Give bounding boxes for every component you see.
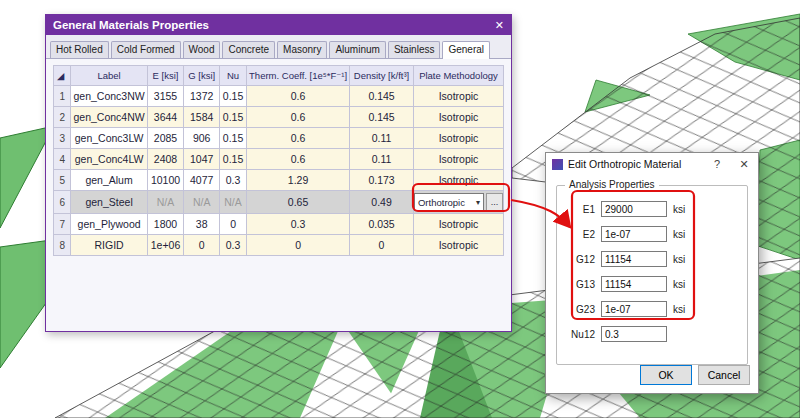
plate-methodology-dropdown[interactable]: Orthotropic ▾ [414,193,484,211]
cell-g[interactable]: N/A [184,191,220,214]
cell-density[interactable]: 0 [350,235,414,256]
table-row[interactable]: 4 gen_Conc4LW 2408 1047 0.15 0.6 0.11 Is… [54,149,504,170]
nu12-input[interactable] [601,326,667,342]
row-number[interactable]: 3 [54,128,71,149]
cell-plate[interactable]: Isotropic [413,128,503,149]
col-header-therm[interactable]: Therm. Coeff. [1e⁵*F⁻¹] [247,66,350,86]
g13-input[interactable] [601,276,667,292]
cell-nu[interactable]: N/A [220,191,247,214]
cell-label[interactable]: RIGID [71,235,147,256]
cell-nu[interactable]: 0.15 [220,149,247,170]
tab-hot-rolled[interactable]: Hot Rolled [50,41,109,58]
cell-g[interactable]: 4077 [184,170,220,191]
cell-therm[interactable]: 1.29 [247,170,350,191]
cell-density[interactable]: 0.173 [350,170,414,191]
col-header-density[interactable]: Density [k/ft³] [350,66,414,86]
cell-label[interactable]: gen_Conc4LW [71,149,147,170]
dialog-titlebar[interactable]: General Materials Properties ✕ [46,15,511,35]
cell-density[interactable]: 0.145 [350,107,414,128]
cell-label[interactable]: gen_Plywood [71,214,147,235]
cell-density[interactable]: 0.035 [350,214,414,235]
select-all-corner-icon[interactable]: ◢ [54,66,71,86]
cell-therm[interactable]: 0.6 [247,107,350,128]
cell-e[interactable]: 1e+06 [147,235,184,256]
cell-therm[interactable]: 0.6 [247,86,350,107]
cell-therm[interactable]: 0 [247,235,350,256]
cell-nu[interactable]: 0.3 [220,235,247,256]
cell-e[interactable]: 3155 [147,86,184,107]
cell-label[interactable]: gen_Conc3NW [71,86,147,107]
cell-density[interactable]: 0.11 [350,149,414,170]
table-row[interactable]: 5 gen_Alum 10100 4077 0.3 1.29 0.173 Iso… [54,170,504,191]
cell-nu[interactable]: 0 [220,214,247,235]
cell-nu[interactable]: 0.15 [220,107,247,128]
cell-e[interactable]: 3644 [147,107,184,128]
table-row[interactable]: 8 RIGID 1e+06 0 0.3 0 0 Isotropic [54,235,504,256]
col-header-g[interactable]: G [ksi] [184,66,220,86]
cell-plate[interactable]: Isotropic [413,107,503,128]
cell-e[interactable]: N/A [147,191,184,214]
close-icon[interactable]: ✕ [736,158,752,171]
cell-therm[interactable]: 0.6 [247,149,350,170]
cell-g[interactable]: 906 [184,128,220,149]
help-icon[interactable]: ? [709,158,725,170]
row-number[interactable]: 8 [54,235,71,256]
dialog-titlebar[interactable]: Edit Orthotropic Material ? ✕ [546,153,758,175]
col-header-nu[interactable]: Nu [220,66,247,86]
cell-nu[interactable]: 0.15 [220,128,247,149]
tab-stainless[interactable]: Stainless [388,41,441,58]
cell-e[interactable]: 2085 [147,128,184,149]
row-number[interactable]: 1 [54,86,71,107]
cell-label[interactable]: gen_Conc3LW [71,128,147,149]
cell-therm[interactable]: 0.65 [247,191,350,214]
tab-general[interactable]: General [442,41,490,59]
row-number[interactable]: 2 [54,107,71,128]
cell-nu[interactable]: 0.3 [220,170,247,191]
cell-e[interactable]: 1800 [147,214,184,235]
table-row-selected[interactable]: 6 gen_Steel N/A N/A N/A 0.65 0.49 Orthot… [54,191,504,214]
ok-button[interactable]: OK [640,365,692,385]
cell-plate[interactable]: Isotropic [413,86,503,107]
cell-density[interactable]: 0.11 [350,128,414,149]
cell-g[interactable]: 1584 [184,107,220,128]
tab-wood[interactable]: Wood [183,41,221,58]
cell-e[interactable]: 10100 [147,170,184,191]
cell-plate[interactable]: Isotropic [413,235,503,256]
g12-input[interactable] [601,251,667,267]
cell-e[interactable]: 2408 [147,149,184,170]
table-row[interactable]: 3 gen_Conc3LW 2085 906 0.15 0.6 0.11 Iso… [54,128,504,149]
tab-masonry[interactable]: Masonry [277,41,327,58]
cell-g[interactable]: 1047 [184,149,220,170]
e1-input[interactable] [601,201,667,217]
cell-label[interactable]: gen_Conc4NW [71,107,147,128]
tab-cold-formed[interactable]: Cold Formed [111,41,181,58]
col-header-label[interactable]: Label [71,66,147,86]
cell-g[interactable]: 38 [184,214,220,235]
cell-g[interactable]: 1372 [184,86,220,107]
cell-density[interactable]: 0.145 [350,86,414,107]
cell-label[interactable]: gen_Steel [71,191,147,214]
cell-plate[interactable]: Isotropic [413,214,503,235]
close-icon[interactable]: ✕ [495,19,504,32]
cell-density[interactable]: 0.49 [350,191,414,214]
col-header-e[interactable]: E [ksi] [147,66,184,86]
cell-therm[interactable]: 0.6 [247,128,350,149]
row-number[interactable]: 4 [54,149,71,170]
cell-therm[interactable]: 0.3 [247,214,350,235]
row-number[interactable]: 5 [54,170,71,191]
tab-aluminum[interactable]: Aluminum [329,41,385,58]
row-number[interactable]: 6 [54,191,71,214]
cell-label[interactable]: gen_Alum [71,170,147,191]
edit-material-button[interactable]: ... [486,193,503,211]
cell-g[interactable]: 0 [184,235,220,256]
table-row[interactable]: 1 gen_Conc3NW 3155 1372 0.15 0.6 0.145 I… [54,86,504,107]
table-row[interactable]: 7 gen_Plywood 1800 38 0 0.3 0.035 Isotro… [54,214,504,235]
col-header-plate[interactable]: Plate Methodology [413,66,503,86]
cell-plate[interactable]: Isotropic [413,149,503,170]
g23-input[interactable] [601,301,667,317]
tab-concrete[interactable]: Concrete [222,41,275,58]
table-row[interactable]: 2 gen_Conc4NW 3644 1584 0.15 0.6 0.145 I… [54,107,504,128]
cancel-button[interactable]: Cancel [698,365,750,385]
row-number[interactable]: 7 [54,214,71,235]
e2-input[interactable] [601,226,667,242]
